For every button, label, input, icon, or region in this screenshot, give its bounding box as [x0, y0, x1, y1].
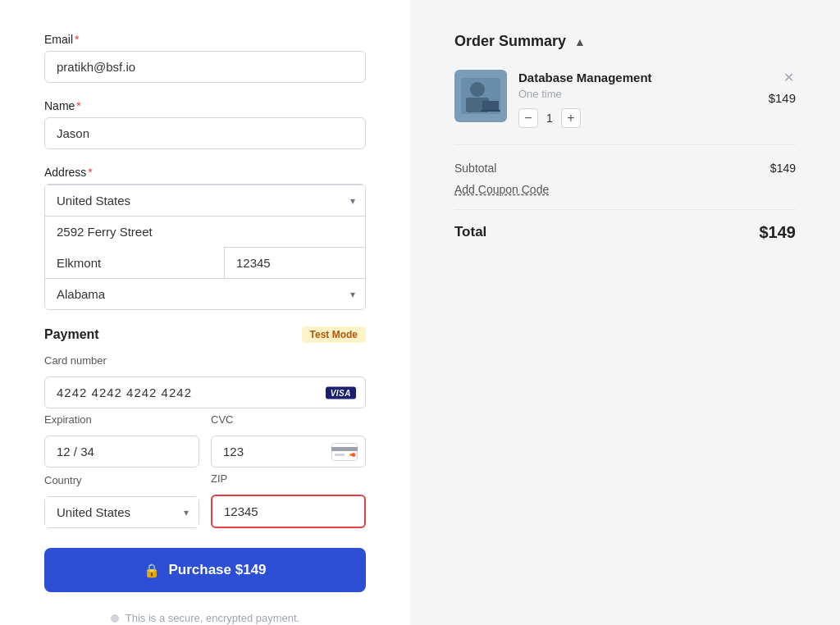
country-select[interactable]: United States Canada United Kingdom Aust…	[45, 185, 365, 216]
payment-country-select[interactable]: United States Canada United Kingdom Aust…	[45, 497, 199, 527]
payment-country-select-wrap: United States Canada United Kingdom Aust…	[44, 496, 199, 528]
svg-rect-1	[331, 447, 358, 451]
state-select-wrap: Alabama Alaska Arizona California Florid…	[45, 278, 365, 309]
summary-rows: Subtotal $149 Add Coupon Code	[454, 162, 796, 196]
qty-increase-button[interactable]: +	[561, 108, 581, 128]
city-input[interactable]	[45, 247, 225, 278]
address-fields: United States Canada United Kingdom Aust…	[44, 184, 366, 310]
secure-notice: This is a secure, encrypted payment.	[44, 612, 366, 624]
subtotal-value: $149	[770, 162, 796, 175]
secure-dot-icon	[111, 614, 119, 623]
name-input[interactable]	[44, 117, 366, 149]
address-zip-input[interactable]	[225, 247, 366, 278]
card-input-wrap: VISA	[44, 376, 366, 408]
payment-title: Payment	[44, 327, 99, 342]
svg-point-7	[470, 82, 485, 97]
email-label: Email*	[44, 33, 366, 46]
order-item: Database Management One time − 1 + ✕ $14…	[454, 70, 796, 145]
cvc-label: CVC	[211, 413, 366, 426]
item-quantity: 1	[546, 112, 553, 125]
remove-item-button[interactable]: ✕	[782, 70, 796, 86]
svg-point-4	[352, 453, 356, 457]
item-info: Database Management One time − 1 +	[518, 70, 757, 128]
payment-zip-label: ZIP	[211, 472, 366, 485]
card-number-input[interactable]	[44, 376, 366, 408]
item-subtitle: One time	[518, 88, 757, 100]
name-label: Name*	[44, 99, 366, 112]
state-select[interactable]: Alabama Alaska Arizona California Florid…	[45, 279, 365, 309]
product-image	[454, 70, 507, 122]
payment-country-group: Country United States Canada United King…	[44, 474, 199, 528]
product-thumbnail	[454, 70, 507, 122]
svg-rect-10	[481, 110, 500, 112]
total-value: $149	[760, 223, 797, 242]
expiration-input[interactable]	[44, 436, 199, 468]
payment-group: Payment Test Mode Card number VISA Expir…	[44, 326, 366, 528]
purchase-button[interactable]: 🔒 Purchase $149	[44, 548, 366, 592]
payment-zip-group: ZIP	[211, 472, 366, 528]
payment-zip-input[interactable]	[211, 495, 366, 528]
total-label: Total	[454, 224, 486, 240]
item-price: $149	[769, 91, 796, 105]
cvc-wrap	[211, 436, 366, 468]
order-summary-panel: Order Summary ▲ Database Management One …	[410, 0, 840, 625]
expiration-group: Expiration	[44, 413, 199, 468]
coupon-label[interactable]: Add Coupon Code	[454, 183, 549, 196]
payment-header: Payment Test Mode	[44, 326, 366, 343]
order-summary-chevron-icon[interactable]: ▲	[574, 35, 586, 48]
svg-rect-9	[482, 101, 499, 111]
qty-decrease-button[interactable]: −	[518, 108, 538, 128]
total-row: Total $149	[454, 209, 796, 242]
payment-country-label: Country	[44, 474, 199, 486]
card-number-label: Card number	[44, 354, 366, 367]
svg-rect-0	[332, 443, 358, 460]
cvc-group: CVC	[211, 413, 366, 468]
item-qty-row: − 1 +	[518, 108, 757, 128]
email-group: Email*	[44, 33, 366, 83]
coupon-row: Add Coupon Code	[454, 183, 796, 196]
email-input[interactable]	[44, 51, 366, 83]
svg-rect-2	[335, 454, 345, 456]
country-select-wrap: United States Canada United Kingdom Aust…	[45, 185, 365, 216]
purchase-button-label: Purchase $149	[168, 562, 266, 578]
address-group: Address* United States Canada United Kin…	[44, 166, 366, 310]
checkout-form: Email* Name* Address* United States Cana…	[0, 0, 410, 625]
subtotal-label: Subtotal	[454, 162, 496, 175]
card-number-group: Card number VISA	[44, 354, 366, 408]
item-name: Database Management	[518, 70, 757, 86]
order-summary-title: Order Summary	[454, 33, 566, 50]
name-group: Name*	[44, 99, 366, 149]
exp-cvc-row: Expiration CVC	[44, 413, 366, 468]
address-label: Address*	[44, 166, 366, 179]
expiration-label: Expiration	[44, 413, 199, 426]
secure-notice-text: This is a secure, encrypted payment.	[126, 612, 299, 624]
city-zip-row	[45, 247, 365, 278]
visa-icon: VISA	[326, 386, 356, 399]
street-input[interactable]	[45, 216, 365, 247]
cvc-card-icon	[331, 443, 358, 461]
test-mode-badge: Test Mode	[302, 326, 366, 343]
country-zip-row: Country United States Canada United King…	[44, 472, 366, 528]
lock-icon: 🔒	[144, 563, 160, 578]
subtotal-row: Subtotal $149	[454, 162, 796, 175]
order-summary-header: Order Summary ▲	[454, 33, 796, 50]
